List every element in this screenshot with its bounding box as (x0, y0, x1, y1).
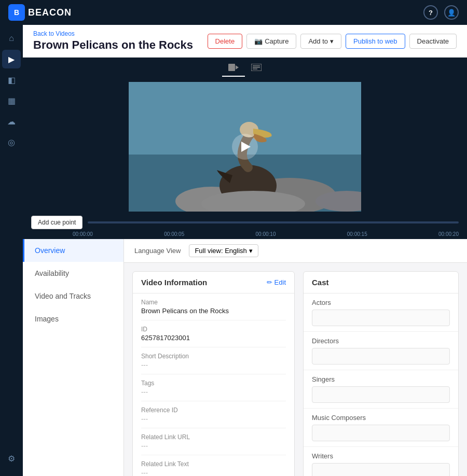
app-name: BEACON (28, 7, 72, 18)
tab-video[interactable] (222, 61, 245, 77)
language-view-label: Language View (134, 247, 181, 255)
chevron-down-icon: ▾ (330, 37, 334, 45)
video-info-title: Video Information (141, 278, 207, 287)
left-nav: Overview Availability Video and Tracks I… (23, 239, 124, 476)
panel-header: Language View Full view: English ▾ (124, 239, 467, 263)
cast-card-header: Cast (304, 272, 458, 293)
main-panel: Language View Full view: English ▾ Video… (124, 239, 467, 476)
back-link[interactable]: Back to Videos (33, 30, 193, 37)
video-info-card: Video Information ✏ Edit Name Brown Peli… (132, 271, 295, 476)
field-related-link-url: Related Link URL --- (141, 428, 286, 455)
language-select-button[interactable]: Full view: English ▾ (189, 244, 258, 257)
music-composers-input[interactable] (312, 425, 450, 441)
cast-writers: Writers (304, 447, 458, 476)
video-container (23, 77, 467, 212)
main-content: Back to Videos Brown Pelicans on the Roc… (23, 25, 467, 476)
svg-rect-0 (228, 64, 235, 71)
video-tabs (23, 58, 467, 77)
user-button[interactable]: 👤 (444, 5, 459, 20)
singers-input[interactable] (312, 386, 450, 403)
video-player[interactable] (129, 82, 361, 212)
sidebar-item-layers[interactable]: ◧ (2, 71, 21, 89)
cast-title: Cast (312, 278, 329, 287)
timestamp-4: 00:00:20 (438, 231, 459, 237)
capture-button[interactable]: 📷 Capture (246, 34, 296, 49)
delete-button[interactable]: Delete (208, 34, 243, 49)
nav-item-overview[interactable]: Overview (23, 239, 123, 262)
page-title: Brown Pelicans on the Rocks (33, 38, 193, 52)
cast-singers: Singers (304, 370, 458, 409)
timestamp-3: 00:00:15 (347, 231, 367, 237)
publish-button[interactable]: Publish to web (346, 34, 405, 49)
chevron-down-icon: ▾ (249, 247, 253, 255)
deactivate-button[interactable]: Deactivate (409, 34, 457, 49)
field-reference-id: Reference ID --- (141, 401, 286, 428)
field-name: Name Brown Pelicans on the Rocks (141, 293, 286, 320)
edit-button[interactable]: ✏ Edit (267, 278, 286, 286)
video-section: Add cue point 00:00:00 00:00:05 00:00:10… (23, 58, 467, 239)
app-logo[interactable]: B BEACON (8, 4, 72, 21)
field-tags: Tags --- (141, 374, 286, 401)
nav-item-availability[interactable]: Availability (23, 262, 123, 285)
top-nav: B BEACON ? 👤 (0, 0, 467, 25)
timestamp-2: 00:00:10 (256, 231, 276, 237)
sidebar-item-video[interactable]: ▶ (2, 50, 21, 68)
field-related-link-text: Related Link Text --- (141, 455, 286, 476)
timeline-bar[interactable] (88, 221, 459, 223)
camera-icon: 📷 (254, 37, 263, 45)
cast-actors: Actors (304, 293, 458, 332)
video-info-body: Name Brown Pelicans on the Rocks ID 6257… (133, 293, 294, 476)
field-short-desc: Short Description --- (141, 347, 286, 374)
add-cue-point-button[interactable]: Add cue point (31, 216, 83, 229)
add-to-button[interactable]: Add to ▾ (300, 34, 341, 49)
cast-card: Cast Actors Directors Singers (303, 271, 459, 476)
sidebar-item-settings[interactable]: ⚙ (2, 449, 21, 468)
help-button[interactable]: ? (423, 5, 438, 20)
sidebar-item-bell[interactable]: ◎ (2, 133, 21, 151)
timeline-labels: 00:00:00 00:00:05 00:00:10 00:00:15 00:0… (31, 231, 459, 237)
header-actions: Delete 📷 Capture Add to ▾ Publish to web… (208, 34, 457, 49)
sidebar-item-calendar[interactable]: ▦ (2, 91, 21, 110)
actors-input[interactable] (312, 310, 450, 326)
timeline-area: Add cue point 00:00:00 00:00:05 00:00:10… (23, 212, 467, 239)
panels-row: Video Information ✏ Edit Name Brown Peli… (124, 263, 467, 476)
nav-item-video-tracks[interactable]: Video and Tracks (23, 285, 123, 307)
directors-input[interactable] (312, 348, 450, 365)
nav-item-images[interactable]: Images (23, 307, 123, 330)
content-section: Overview Availability Video and Tracks I… (23, 239, 467, 476)
field-id: ID 6257817023001 (141, 320, 286, 347)
sidebar: ⌂ ▶ ◧ ▦ ☁ ◎ ⚙ (0, 25, 23, 476)
cast-directors: Directors (304, 332, 458, 370)
timestamp-0: 00:00:00 (73, 231, 93, 237)
sidebar-item-home[interactable]: ⌂ (2, 29, 21, 48)
cast-music-composers: Music Composers (304, 409, 458, 447)
play-button[interactable] (232, 134, 258, 160)
timestamp-1: 00:00:05 (164, 231, 184, 237)
edit-icon: ✏ (267, 278, 272, 286)
sidebar-item-cloud[interactable]: ☁ (2, 112, 21, 131)
page-header: Back to Videos Brown Pelicans on the Roc… (23, 25, 467, 58)
svg-marker-1 (236, 65, 239, 69)
tab-text[interactable] (245, 61, 268, 77)
logo-icon: B (8, 4, 25, 21)
video-info-card-header: Video Information ✏ Edit (133, 272, 294, 293)
writers-input[interactable] (312, 463, 450, 476)
